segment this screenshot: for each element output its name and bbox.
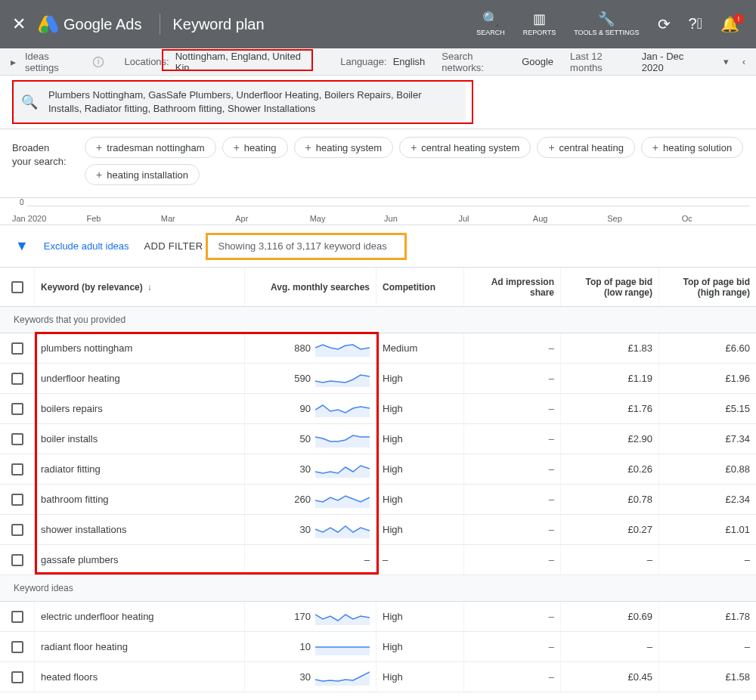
cell-keyword[interactable]: underfloor heating <box>35 364 245 393</box>
select-all-checkbox[interactable] <box>11 281 23 293</box>
search-icon: 🔍 <box>482 11 499 28</box>
keyword-table: Keyword (by relevance)↓ Avg. monthly sea… <box>0 268 756 692</box>
broaden-chip[interactable]: +heating solution <box>641 137 743 158</box>
cell-avg: 170 <box>245 602 376 631</box>
cell-bid-low: £2.90 <box>561 424 659 454</box>
timeline-tick: Jun <box>384 214 458 223</box>
row-checkbox[interactable] <box>11 641 23 653</box>
table-row: electric underfloor heating 170 High – £… <box>0 602 756 632</box>
cell-impression: – <box>464 515 561 544</box>
table-row: boiler installs 50 High – £2.90 £7.34 <box>0 424 756 454</box>
row-checkbox[interactable] <box>11 494 23 506</box>
add-filter-button[interactable]: ADD FILTER <box>144 240 203 252</box>
cell-competition: High <box>376 602 464 631</box>
timeline-tick: Feb <box>86 214 160 223</box>
ideas-settings-bar: ▸ Ideas settings i Locations: Nottingham… <box>0 48 756 76</box>
nav-search[interactable]: 🔍SEARCH <box>469 11 513 37</box>
table-row: underfloor heating 590 High – £1.19 £1.9… <box>0 364 756 394</box>
cell-bid-low: – <box>561 545 659 575</box>
col-keyword[interactable]: Keyword (by relevance)↓ <box>35 268 245 306</box>
broaden-chip[interactable]: +heating system <box>294 137 394 158</box>
row-checkbox[interactable] <box>11 611 23 623</box>
row-checkbox[interactable] <box>11 554 23 566</box>
cell-bid-high: £1.96 <box>659 364 756 393</box>
showing-count: Showing 3,116 of 3,117 keyword ideas <box>218 240 386 252</box>
networks-value[interactable]: Google <box>522 56 553 67</box>
plus-icon: + <box>548 141 554 153</box>
row-checkbox[interactable] <box>11 373 23 385</box>
ideas-settings-label[interactable]: Ideas settings <box>25 51 84 73</box>
broaden-chip[interactable]: +central heating system <box>399 137 531 158</box>
cell-avg: 30 <box>245 454 376 484</box>
row-checkbox[interactable] <box>11 524 23 536</box>
plus-icon: + <box>234 141 240 153</box>
keyword-search-bar[interactable]: 🔍 Plumbers Nottingham, GasSafe Plumbers,… <box>12 83 466 121</box>
dropdown-icon[interactable]: ▾ <box>723 56 729 67</box>
close-icon[interactable]: ✕ <box>9 14 33 34</box>
cell-impression: – <box>464 632 561 661</box>
cell-impression: – <box>464 602 561 631</box>
notifications-icon[interactable]: 🔔! <box>713 15 747 33</box>
expand-icon[interactable]: ▸ <box>6 56 20 68</box>
cell-keyword[interactable]: shower installations <box>35 515 245 544</box>
cell-keyword[interactable]: heated floors <box>35 662 245 692</box>
section-ideas: Keyword ideas <box>0 575 756 602</box>
row-checkbox[interactable] <box>11 342 23 355</box>
cell-impression: – <box>464 545 561 575</box>
col-impression[interactable]: Ad impression share <box>464 268 561 306</box>
cell-keyword[interactable]: bathroom fitting <box>35 485 245 514</box>
cell-impression: – <box>464 364 561 393</box>
cell-bid-high: £0.88 <box>659 454 756 484</box>
cell-impression: – <box>464 662 561 692</box>
daterange-value[interactable]: Jan - Dec 2020 <box>642 51 707 73</box>
broaden-chip[interactable]: +tradesman nottingham <box>85 137 216 158</box>
cell-keyword[interactable]: radiant floor heating <box>35 632 245 661</box>
exclude-adult-link[interactable]: Exclude adult ideas <box>44 240 129 252</box>
table-row: heated floors 30 High – £0.45 £1.58 <box>0 662 756 692</box>
cell-bid-high: £1.78 <box>659 602 756 631</box>
cell-keyword[interactable]: boiler installs <box>35 424 245 454</box>
svg-marker-8 <box>315 647 370 655</box>
col-avg[interactable]: Avg. monthly searches <box>245 268 376 306</box>
info-icon[interactable]: i <box>93 57 104 67</box>
broaden-search-section: Broaden your search: +tradesman nottingh… <box>0 129 756 198</box>
cell-avg: 10 <box>245 632 376 661</box>
cell-bid-low: £0.69 <box>561 602 659 631</box>
refresh-icon[interactable]: ⟳ <box>650 15 678 33</box>
broaden-chip[interactable]: +central heating <box>537 137 634 158</box>
broaden-label: Broaden your search: <box>12 137 70 169</box>
row-checkbox[interactable] <box>11 671 23 683</box>
broaden-chip[interactable]: +heating <box>222 137 288 158</box>
table-row: boilers repairs 90 High – £1.76 £5.15 <box>0 394 756 424</box>
table-row: gassafe plumbers – – – – – <box>0 545 756 575</box>
broaden-chip[interactable]: +heating installation <box>85 164 200 185</box>
filter-icon[interactable]: ▼ <box>15 238 29 254</box>
cell-keyword[interactable]: electric underfloor heating <box>35 602 245 631</box>
nav-tools[interactable]: 🔧TOOLS & SETTINGS <box>566 11 646 37</box>
col-bid-high[interactable]: Top of page bid (high range) <box>659 268 756 306</box>
timeline-tick: May <box>310 214 384 223</box>
cell-keyword[interactable]: radiator fitting <box>35 454 245 484</box>
col-bid-low[interactable]: Top of page bid (low range) <box>561 268 659 306</box>
row-checkbox[interactable] <box>11 433 23 445</box>
help-icon[interactable]: ?⃝ <box>681 15 710 33</box>
svg-marker-4 <box>315 466 370 478</box>
google-ads-logo[interactable]: Google Ads <box>33 15 147 33</box>
cell-competition: High <box>376 394 464 423</box>
filter-bar: ▼ Exclude adult ideas ADD FILTER Showing… <box>0 225 756 268</box>
timeline-tick: Mar <box>161 214 235 223</box>
cell-keyword[interactable]: boilers repairs <box>35 394 245 423</box>
cell-avg: 30 <box>245 662 376 692</box>
nav-reports[interactable]: ▥REPORTS <box>516 11 563 37</box>
row-checkbox[interactable] <box>11 463 23 475</box>
col-competition[interactable]: Competition <box>376 268 464 306</box>
scroll-left-icon[interactable]: ‹ <box>738 56 750 67</box>
language-value[interactable]: English <box>393 56 426 67</box>
cell-competition: – <box>376 545 464 575</box>
row-checkbox[interactable] <box>11 403 23 415</box>
cell-keyword[interactable]: gassafe plumbers <box>35 545 245 575</box>
timeline-tick: Jan 2020 <box>12 214 86 223</box>
cell-competition: High <box>376 515 464 544</box>
cell-keyword[interactable]: plumbers nottingham <box>35 333 245 363</box>
cell-bid-low: £1.83 <box>561 333 659 363</box>
